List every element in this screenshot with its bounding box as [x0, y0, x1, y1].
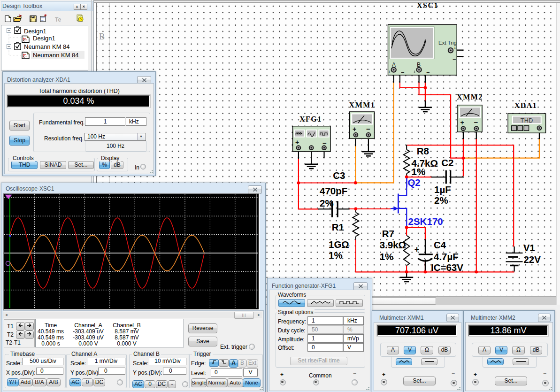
svg-text:XMM1: XMM1: [349, 101, 376, 109]
svg-text:Te: Te: [55, 16, 61, 23]
svg-text:470pF: 470pF: [320, 185, 347, 196]
svg-text:2%: 2%: [320, 198, 334, 208]
svg-text:4.7µF: 4.7µF: [434, 251, 459, 262]
svg-text:R7: R7: [382, 228, 394, 239]
svg-text:−: −: [453, 56, 456, 63]
svg-text:+: +: [453, 45, 456, 51]
svg-text:C3: C3: [333, 170, 345, 181]
svg-text:1%: 1%: [412, 166, 426, 177]
svg-text:1%: 1%: [329, 250, 343, 261]
svg-text:3.9kΩ: 3.9kΩ: [380, 239, 406, 250]
svg-text:+: +: [414, 245, 420, 254]
svg-text:22V: 22V: [523, 254, 541, 265]
svg-text:+: +: [353, 125, 356, 133]
svg-text:−: −: [401, 69, 405, 76]
svg-text:+: +: [388, 69, 391, 75]
svg-text:V1: V1: [523, 242, 535, 253]
svg-text:+: +: [413, 69, 416, 75]
svg-text:2SK170: 2SK170: [408, 216, 443, 227]
svg-text:+: +: [295, 138, 299, 146]
svg-text:THD: THD: [521, 117, 533, 124]
svg-text:−: −: [474, 118, 478, 126]
svg-text:XFG1: XFG1: [299, 115, 322, 123]
svg-text:R8: R8: [417, 146, 429, 156]
svg-text:IC=63V: IC=63V: [431, 262, 463, 273]
svg-text:C4: C4: [434, 239, 446, 250]
svg-text:XMM2: XMM2: [457, 93, 483, 101]
svg-text:+: +: [460, 119, 464, 126]
svg-text:XSC1: XSC1: [417, 1, 438, 9]
svg-text:1%: 1%: [380, 251, 394, 262]
svg-text:R1: R1: [332, 222, 344, 232]
svg-text:−: −: [426, 69, 430, 76]
svg-text:1µF: 1µF: [434, 184, 451, 195]
svg-text:C2: C2: [441, 157, 453, 168]
svg-text:1GΩ: 1GΩ: [329, 239, 349, 250]
svg-text:Q2: Q2: [407, 177, 420, 188]
svg-text:−: −: [366, 125, 370, 133]
svg-text:2%: 2%: [434, 195, 448, 206]
svg-text:XDA1: XDA1: [514, 101, 537, 109]
